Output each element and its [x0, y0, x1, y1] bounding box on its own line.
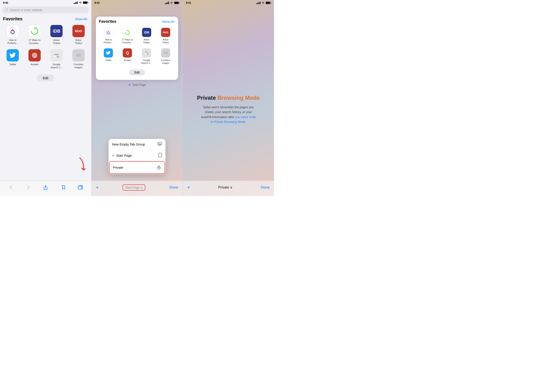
menu-item-start-page-left: ✓ Start Page — [112, 154, 132, 157]
private-browsing-content: Private Browsing Mode Safari won't remem… — [183, 23, 274, 196]
status-icons-p3 — [256, 1, 271, 4]
menu-item-private[interactable]: Private — [109, 161, 165, 174]
svg-rect-1 — [75, 2, 76, 4]
menu-item-start-page[interactable]: ✓ Start Page — [108, 150, 165, 161]
start-page-text: Start Page — [132, 83, 146, 86]
fav-label-google-p2: GoogleSearch C... — [141, 59, 152, 64]
search-placeholder: Search or enter website — [10, 8, 43, 12]
favorites-title-p1: Favorites — [3, 16, 22, 21]
svg-rect-0 — [74, 3, 74, 4]
star-icon: ★ — [128, 83, 131, 86]
fav-icon-google-p2 — [142, 48, 151, 57]
menu-item-new-tab-group[interactable]: New Empty Tab Group — [108, 139, 165, 150]
status-icons-p1 — [74, 1, 88, 4]
search-bar[interactable]: Search or enter website — [3, 7, 89, 13]
edit-button-container-p1: Edit — [0, 75, 91, 81]
fav-label-google: GoogleSearch C... — [50, 63, 63, 69]
fav-item-idb[interactable]: iDB AnkurThakur — [45, 23, 67, 48]
fav-label-twitter-p2: Twitter — [105, 59, 112, 62]
edit-button-p2[interactable]: Edit — [129, 69, 145, 76]
back-button[interactable] — [7, 183, 15, 191]
start-page-dropdown-label: Start Page — [125, 186, 140, 189]
fav-item-answer-p2[interactable]: Q Answer — [118, 47, 137, 67]
fav-item-answer[interactable]: Q Answer — [24, 48, 45, 72]
fav-icon-answer: Q — [28, 49, 41, 62]
panel-safari-start: 9:41 Search or enter website Favorites S — [0, 0, 92, 196]
wifi-icon-p2 — [170, 1, 173, 4]
bookmarks-button[interactable] — [59, 183, 67, 191]
search-icon — [6, 8, 9, 12]
svg-rect-36 — [164, 52, 165, 54]
fav-icon-answer-p2: Q — [123, 48, 132, 57]
tabs-button[interactable] — [76, 183, 84, 191]
context-menu: New Empty Tab Group ✓ Start Page Private — [108, 139, 165, 174]
signal-icon — [74, 1, 78, 4]
safari-card: Favorites Show All › How toPerform... 27… — [96, 17, 178, 80]
fav-item-google[interactable]: GoogleSearch C... — [45, 48, 67, 72]
chevron-right-icon: › — [87, 17, 88, 21]
fav-item-idb-p2[interactable]: iDB AnkurThakur — [137, 26, 156, 47]
fav-item-combine-p2[interactable]: CombineImages — [156, 47, 175, 67]
svg-rect-33 — [145, 52, 148, 52]
fav-label-ways: 27 Ways toIncrease... — [29, 39, 41, 45]
battery-icon-p3 — [266, 1, 271, 4]
menu-label-new-tab-group: New Empty Tab Group — [112, 142, 145, 146]
svg-rect-2 — [76, 2, 77, 4]
edit-button-p1[interactable]: Edit — [36, 75, 55, 81]
new-tab-group-icon — [157, 142, 162, 147]
svg-rect-42 — [258, 3, 258, 4]
fav-item-muo-p2[interactable]: MUO AnkurThakur — [156, 26, 175, 47]
done-button-p3[interactable]: Done — [261, 185, 270, 190]
plus-button-p2[interactable]: + — [96, 185, 99, 190]
bottom-toolbar-p3: + Private ∨ Done — [183, 181, 274, 196]
fav-item-howto[interactable]: How toPerform... — [2, 23, 24, 48]
svg-rect-37 — [166, 52, 167, 54]
chevron-right-icon-p2: › — [174, 20, 175, 23]
start-page-icon — [158, 153, 162, 158]
fav-label-muo-p2: AnkurThakur — [162, 38, 169, 44]
plus-button-p3[interactable]: + — [187, 185, 190, 190]
svg-rect-40 — [159, 153, 162, 157]
svg-rect-15 — [54, 55, 57, 56]
private-title: Private Browsing Mode — [197, 95, 260, 101]
time-p2: 9:41 — [94, 1, 100, 4]
fav-label-muo: AnkurThakur — [75, 39, 82, 45]
fav-item-howto-p2[interactable]: How toPerform... — [99, 26, 118, 47]
battery-icon-p2 — [174, 1, 179, 4]
private-desc-blue: you close a tab in Private Browsing Mode… — [211, 115, 256, 124]
svg-rect-25 — [168, 1, 169, 4]
fav-icon-howto-p2 — [104, 28, 113, 37]
fav-item-muo[interactable]: MUO AnkurThakur — [68, 23, 90, 48]
red-arrow — [75, 157, 87, 177]
wifi-icon-p3 — [261, 1, 265, 4]
signal-icon-p2 — [165, 1, 169, 4]
svg-rect-34 — [145, 53, 147, 53]
fav-label-answer: Answer — [31, 63, 39, 66]
fav-item-twitter-p2[interactable]: Twitter — [99, 47, 118, 67]
private-dropdown[interactable]: Private ∨ — [218, 185, 233, 189]
status-bar-p2: 9:41 — [92, 0, 183, 5]
chevron-down-icon-p3: ∨ — [230, 185, 233, 189]
share-button[interactable] — [42, 183, 50, 191]
private-title-colored: Browsing Mode — [216, 95, 260, 101]
fav-item-ways-p2[interactable]: 27 Ways toIncrease... — [118, 26, 137, 47]
fav-label-twitter: Twitter — [9, 63, 16, 66]
fav-icon-google — [50, 49, 63, 62]
private-hand-icon — [157, 165, 161, 170]
fav-item-twitter[interactable]: Twitter — [2, 48, 24, 72]
status-icons-p2 — [165, 1, 179, 4]
show-all-p2[interactable]: Show All › — [162, 20, 175, 23]
fav-item-combine[interactable]: CombineImages — [68, 48, 90, 72]
svg-rect-27 — [174, 2, 178, 4]
done-button-p2[interactable]: Done — [169, 185, 178, 190]
fav-item-ways[interactable]: 27 Ways toIncrease... — [24, 23, 45, 48]
start-page-dropdown[interactable]: Start Page ∨ — [122, 184, 145, 190]
forward-button[interactable] — [24, 183, 32, 191]
fav-icon-howto — [7, 25, 19, 37]
fav-icon-idb: iDB — [50, 25, 63, 37]
svg-rect-21 — [78, 186, 82, 189]
show-all-p1[interactable]: Show All › — [75, 17, 88, 21]
status-bar-p3: 9:41 — [183, 0, 274, 5]
fav-label-combine: CombineImages — [74, 63, 83, 69]
fav-item-google-p2[interactable]: GoogleSearch C... — [137, 47, 156, 67]
